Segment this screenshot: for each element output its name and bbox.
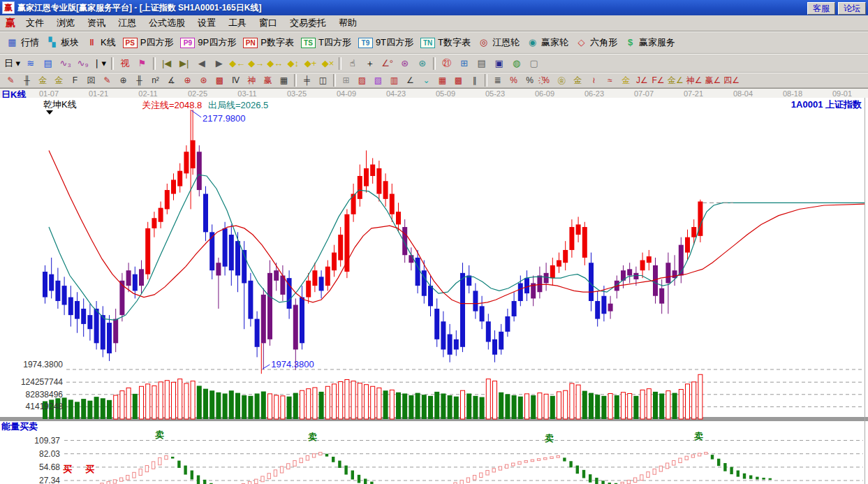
menu-item-4[interactable]: 公式选股 bbox=[142, 15, 191, 31]
draw-wave-line-button[interactable]: ≈ bbox=[603, 74, 617, 87]
draw-brush-red-button[interactable]: ✎ bbox=[100, 74, 115, 87]
draw-grid-dense-button[interactable]: ▩ bbox=[451, 74, 466, 87]
draw-golden-grid-2-button[interactable]: 金 bbox=[52, 74, 66, 87]
nav-wave-view-button[interactable]: ≋ bbox=[22, 56, 38, 71]
nav-kline-style-menu-button[interactable]: 日 ▾ bbox=[3, 56, 21, 71]
draw-ink-line-button[interactable]: ≀ bbox=[587, 74, 601, 87]
nav-diamond-x-button[interactable]: ◆× bbox=[320, 56, 336, 71]
nav-save-button[interactable]: ▣ bbox=[491, 56, 507, 71]
nav-next-bar-button[interactable]: ▶ bbox=[211, 56, 227, 71]
draw-fan-box-button[interactable]: ▥ bbox=[387, 74, 402, 87]
draw-star-wheel-button[interactable]: ⊛ bbox=[196, 74, 211, 87]
toolbar-button-p-shuzibiao[interactable]: PNP数字表 bbox=[243, 36, 294, 49]
nav-wave-3-button[interactable]: ∿₃ bbox=[57, 56, 73, 71]
draw-brush-button[interactable]: ✎ bbox=[3, 74, 18, 87]
toolbar-button-jiangenlun[interactable]: ◎江恩轮 bbox=[478, 36, 520, 49]
draw-spiral-button[interactable]: 回 bbox=[84, 74, 98, 87]
draw-box-split-button[interactable]: ◫ bbox=[316, 74, 330, 87]
draw-grid-gray-button[interactable]: ⊞ bbox=[339, 74, 353, 87]
draw-fibo-button[interactable]: F bbox=[68, 74, 82, 87]
menu-item-9[interactable]: 帮助 bbox=[332, 15, 363, 31]
nav-workstation-button[interactable]: ▢ bbox=[526, 56, 542, 71]
draw-parallel-button[interactable]: ∥ bbox=[467, 74, 482, 87]
draw-gann-lines-button[interactable]: ╫ bbox=[20, 74, 34, 87]
draw-n-square-button[interactable]: n² bbox=[148, 74, 163, 87]
draw-target-red-button[interactable]: ⊕ bbox=[180, 74, 195, 87]
nav-last-bar-button[interactable]: ▶| bbox=[176, 56, 192, 71]
draw-gold-fan-button[interactable]: 金∠ bbox=[667, 74, 684, 87]
draw-spider-grid-button[interactable]: ▩ bbox=[212, 74, 227, 87]
draw-fan-red-button[interactable]: ▨ bbox=[355, 74, 369, 87]
nav-angle-tool-button[interactable]: ∠° bbox=[379, 56, 395, 71]
toolbar-button-t-sifangxing[interactable]: TST四方形 bbox=[301, 36, 351, 49]
forum-button[interactable]: 论坛 bbox=[838, 2, 866, 15]
menu-item-2[interactable]: 资讯 bbox=[81, 15, 112, 31]
toolbar-button-t-shuzibiao[interactable]: TNT数字表 bbox=[420, 36, 471, 49]
draw-ruler-lines-button[interactable]: ╫ bbox=[132, 74, 147, 87]
draw-shen-angle-button[interactable]: 神∠ bbox=[686, 74, 703, 87]
toolbar-button-liujiaoxing[interactable]: ◇六角形 bbox=[575, 36, 617, 49]
nav-wave-9-button[interactable]: ∿₉ bbox=[75, 56, 91, 71]
draw-percent-red-button[interactable]: % bbox=[506, 74, 521, 87]
draw-ying-grid-button[interactable]: 赢 bbox=[260, 74, 275, 87]
nav-diamond-plus-button[interactable]: ◆+ bbox=[302, 56, 318, 71]
menu-item-0[interactable]: 文件 bbox=[20, 15, 50, 31]
toolbar-button-yingjiafuwu[interactable]: $赢家服务 bbox=[624, 36, 675, 49]
nav-diamond-left-button[interactable]: ◆← bbox=[228, 56, 246, 71]
toolbar-button-kxian[interactable]: ‖K线 bbox=[86, 36, 116, 49]
nav-diamond-v-button[interactable]: ◆↕ bbox=[285, 56, 301, 71]
chart-area[interactable]: 2177.98001974.3800乾坤K线关注线=2048.8出局线=2026… bbox=[0, 98, 868, 484]
draw-percent-button[interactable]: % bbox=[522, 74, 537, 87]
customer-service-button[interactable]: 客服 bbox=[807, 2, 835, 15]
nav-purple-tool-button[interactable]: ⊛ bbox=[397, 56, 413, 71]
nav-diamond-h-button[interactable]: ◆↔ bbox=[266, 56, 284, 71]
draw-golden-grid-1-button[interactable]: 金 bbox=[36, 74, 50, 87]
menu-item-8[interactable]: 交易委托 bbox=[284, 15, 332, 31]
toolbar-button-hangqing[interactable]: ▦行情 bbox=[6, 36, 39, 49]
draw-percent-line-button[interactable]: ҉% bbox=[538, 74, 553, 87]
draw-num-grid-button[interactable]: ▦ bbox=[277, 74, 291, 87]
draw-angle-meas-button[interactable]: ∡ bbox=[164, 74, 179, 87]
nav-flag-marker-button[interactable]: ⚑ bbox=[134, 56, 150, 71]
draw-trend-angle-button[interactable]: ∠ bbox=[403, 74, 418, 87]
nav-hand-tool-button[interactable]: ☝ bbox=[344, 56, 360, 71]
menu-item-6[interactable]: 工具 bbox=[222, 15, 253, 31]
toolbar-button-p-sifangxing[interactable]: PSP四方形 bbox=[123, 36, 174, 49]
toolbar-button-yingjialun[interactable]: ◉赢家轮 bbox=[527, 36, 568, 49]
nav-view-red-button[interactable]: 视 bbox=[117, 56, 133, 71]
nav-calculator-button[interactable]: ⊞ bbox=[456, 56, 472, 71]
draw-roman-4-button[interactable]: Ⅳ bbox=[228, 74, 243, 87]
nav-prev-bar-button[interactable]: ◀ bbox=[193, 56, 209, 71]
nav-info-panel-button[interactable]: ▤ bbox=[40, 56, 56, 71]
menu-item-7[interactable]: 窗口 bbox=[253, 15, 284, 31]
draw-h-measure-button[interactable]: ╪ bbox=[300, 74, 314, 87]
toolbar-button-bankuai[interactable]: ▚板块 bbox=[46, 36, 79, 49]
nav-candle-menu-button[interactable]: ∣ ▾ bbox=[92, 56, 108, 71]
kline-type-dropdown-icon[interactable] bbox=[46, 110, 53, 115]
nav-calendar-button[interactable]: ㉑ bbox=[439, 56, 455, 71]
draw-circle-cycle-button[interactable]: ⊕ bbox=[116, 74, 131, 87]
toolbar-button-9t-sifangxing[interactable]: T99T四方形 bbox=[358, 36, 413, 49]
toolbar-button-9p-sifangxing[interactable]: P99P四方形 bbox=[180, 36, 236, 49]
nav-web-button[interactable]: ◍ bbox=[508, 56, 524, 71]
nav-teal-tool-button[interactable]: ⊛ bbox=[414, 56, 430, 71]
draw-shen-grid-button[interactable]: 神 bbox=[244, 74, 259, 87]
menu-item-5[interactable]: 设置 bbox=[191, 15, 222, 31]
draw-fan-purple-button[interactable]: ▧ bbox=[371, 74, 385, 87]
nav-notes-button[interactable]: ▤ bbox=[473, 56, 490, 71]
nav-first-bar-button[interactable]: |◀ bbox=[159, 56, 175, 71]
draw-j-angle-button[interactable]: J∠ bbox=[635, 74, 649, 87]
nav-crosshair-tool-button[interactable]: ＋ bbox=[362, 56, 378, 71]
menu-item-3[interactable]: 江恩 bbox=[112, 15, 142, 31]
draw-ying-angle-button[interactable]: 赢∠ bbox=[705, 74, 722, 87]
draw-gold-line-button[interactable]: 金 bbox=[571, 74, 585, 87]
draw-v-check-button[interactable]: ⌄ bbox=[419, 74, 434, 87]
draw-f-angle-button[interactable]: F∠ bbox=[651, 74, 665, 87]
draw-scale-list-button[interactable]: ≣ bbox=[490, 74, 505, 87]
draw-si-angle-button[interactable]: 四∠ bbox=[723, 74, 740, 87]
draw-gold-circle-button[interactable]: ㊎ bbox=[554, 74, 569, 87]
nav-diamond-right-button[interactable]: ◆→ bbox=[247, 56, 265, 71]
draw-grid-red-button[interactable]: ▦ bbox=[435, 74, 450, 87]
menu-item-1[interactable]: 浏览 bbox=[50, 15, 81, 31]
draw-gold-angle-button[interactable]: 金 bbox=[619, 74, 633, 87]
